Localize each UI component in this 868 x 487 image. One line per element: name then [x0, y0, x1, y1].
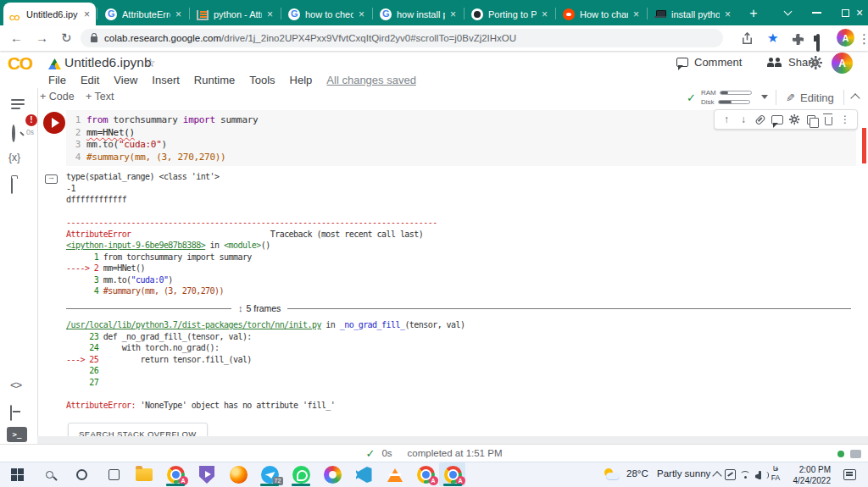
frames-toggle[interactable]: 5 frames	[231, 303, 287, 315]
weather-temp[interactable]: 28°C	[626, 468, 648, 479]
notebook-title[interactable]: Untitled6.ipynb	[64, 55, 152, 70]
command-palette-button[interactable]	[10, 406, 12, 421]
back-button[interactable]: ←	[10, 28, 23, 48]
comment-button[interactable]: Comment	[676, 56, 742, 69]
tab-how-to-check[interactable]: how to check	[282, 3, 370, 25]
tab-close-icon[interactable]	[725, 9, 731, 19]
volume-tray-icon[interactable]	[753, 465, 768, 484]
menu-tools[interactable]: Tools	[249, 74, 275, 86]
panel-icon	[10, 405, 12, 421]
firefox-app-button[interactable]	[228, 465, 248, 484]
tab-title: AttributeErro	[122, 9, 170, 19]
lock-icon[interactable]	[91, 36, 97, 42]
tab-close-icon[interactable]	[175, 9, 181, 19]
side-panel-icon[interactable]	[816, 33, 820, 53]
browser-menu-kebab-icon[interactable]	[858, 29, 868, 49]
mirror-cell-icon[interactable]	[804, 113, 818, 126]
cell-settings-gear-icon[interactable]	[787, 113, 801, 126]
star-notebook-icon[interactable]	[145, 56, 156, 69]
tab-title: Porting to Pyt	[488, 9, 537, 19]
cell-menu-kebab-icon[interactable]	[838, 113, 852, 126]
save-status[interactable]: All changes saved	[326, 74, 416, 86]
tab-close-icon[interactable]	[542, 9, 548, 19]
weather-desc[interactable]: Partly sunny	[657, 468, 710, 479]
chrome-app-button[interactable]: A	[165, 465, 186, 484]
new-tab-button[interactable]: +	[743, 4, 764, 23]
weather-widget[interactable]	[602, 465, 622, 484]
taskbar-search-button[interactable]	[39, 465, 59, 484]
copy-link-to-cell-icon[interactable]	[754, 113, 767, 126]
tab-how-to-change[interactable]: How to chang	[557, 3, 645, 25]
code-snippets-button[interactable]: <>	[10, 379, 21, 391]
bookmark-star-icon[interactable]	[767, 28, 778, 48]
editing-mode-button[interactable]: Editing	[800, 91, 834, 104]
search-button[interactable]	[12, 126, 15, 141]
colab-profile-avatar[interactable]: A	[832, 53, 853, 74]
cortana-button[interactable]	[71, 465, 92, 484]
menu-edit[interactable]: Edit	[81, 74, 99, 86]
variables-button[interactable]: {x}	[8, 152, 20, 163]
tab-close-icon[interactable]	[84, 9, 90, 19]
execution-error-badge[interactable]: !	[25, 114, 37, 126]
run-cell-button[interactable]	[43, 112, 65, 134]
extensions-puzzle-icon[interactable]	[792, 31, 804, 52]
cell-output-icon[interactable]	[45, 174, 58, 184]
reload-button[interactable]: ↻	[61, 28, 72, 48]
tab-github-porting[interactable]: Porting to Pyt	[465, 3, 554, 25]
tab-install-python[interactable]: install python	[648, 3, 737, 25]
terminal-button[interactable]: >_	[7, 427, 27, 442]
move-cell-down-icon[interactable]	[737, 113, 750, 126]
menu-file[interactable]: File	[48, 74, 66, 86]
url-bar[interactable]: colab.research.google.com/drive/1j_2ino2…	[81, 29, 723, 47]
tab-search-chevron[interactable]	[773, 0, 802, 25]
start-button[interactable]	[7, 465, 27, 484]
window-close-button[interactable]	[851, 0, 868, 25]
connected-check-icon[interactable]	[687, 91, 696, 104]
clock-widget[interactable]: 2:00 PM 4/24/2022	[787, 464, 831, 486]
table-of-contents-button[interactable]	[11, 99, 25, 109]
delete-cell-icon[interactable]	[821, 113, 835, 126]
tab-stackoverflow[interactable]: python - Attr	[191, 3, 279, 25]
add-text-button[interactable]: + Text	[86, 91, 114, 102]
resource-meter[interactable]: RAM Disk	[701, 89, 752, 106]
tab-close-icon[interactable]	[267, 9, 273, 19]
add-code-button[interactable]: + Code	[40, 91, 75, 102]
resources-dropdown-icon[interactable]	[761, 95, 768, 99]
tab-colab-notebook[interactable]: Untitled6.ipy	[3, 3, 96, 25]
tab-how-install[interactable]: how install py	[374, 3, 462, 25]
vscode-app-button[interactable]	[353, 465, 374, 484]
window-minimize-button[interactable]	[802, 0, 831, 25]
file-explorer-button[interactable]	[134, 465, 154, 484]
telegram-app-button[interactable]: 72	[259, 465, 280, 484]
settings-gear-icon[interactable]	[809, 56, 822, 73]
paint-app-button[interactable]	[322, 465, 342, 484]
add-comment-icon[interactable]	[771, 113, 784, 126]
pen-input-tray-icon[interactable]	[722, 465, 737, 484]
chrome-active-window-button[interactable]: A	[442, 465, 463, 484]
vlc-app-button[interactable]	[385, 465, 405, 484]
tab-close-icon[interactable]	[450, 9, 456, 19]
chrome-window2-button[interactable]: A	[415, 465, 436, 484]
language-indicator[interactable]: فا FA	[767, 464, 784, 483]
menu-insert[interactable]: Insert	[152, 74, 180, 86]
task-view-button[interactable]	[103, 465, 124, 484]
share-page-icon[interactable]	[741, 30, 754, 51]
collapse-header-chevron-icon[interactable]	[850, 93, 860, 102]
active-app-underline	[443, 484, 462, 486]
tab-attributeerror[interactable]: AttributeErro	[99, 3, 187, 25]
tab-close-icon[interactable]	[359, 9, 364, 19]
menu-help[interactable]: Help	[290, 74, 313, 86]
move-cell-up-icon[interactable]	[720, 113, 733, 126]
tab-close-icon[interactable]	[633, 9, 639, 19]
colab-logo[interactable]: CO	[8, 53, 32, 74]
browser-profile-avatar[interactable]: A	[837, 29, 854, 47]
menu-runtime[interactable]: Runtime	[194, 74, 235, 86]
frames-separator: 5 frames	[66, 303, 854, 315]
files-button[interactable]	[11, 179, 13, 194]
media-shield-app-button[interactable]	[197, 465, 217, 484]
notification-center-button[interactable]	[839, 465, 860, 484]
forward-button[interactable]: →	[36, 28, 48, 48]
wifi-tray-icon[interactable]	[737, 465, 753, 484]
menu-view[interactable]: View	[114, 74, 137, 86]
whatsapp-app-button[interactable]	[291, 465, 311, 484]
